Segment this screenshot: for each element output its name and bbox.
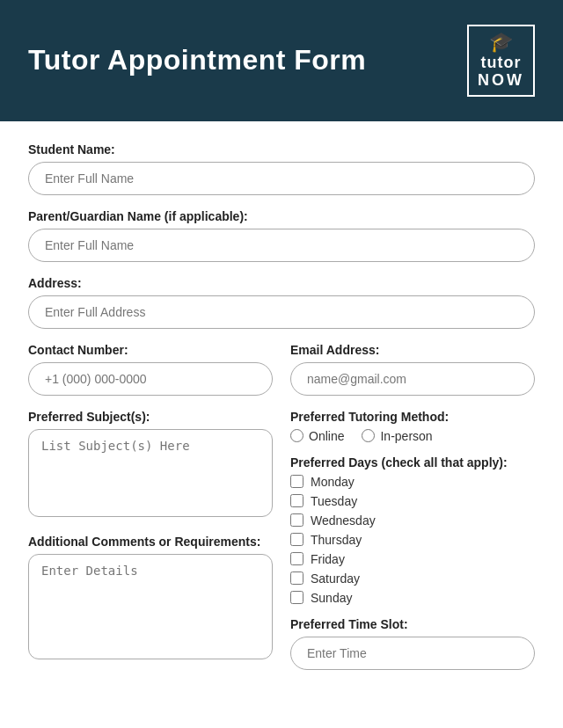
parent-name-field: Parent/Guardian Name (if applicable): [28, 209, 535, 262]
student-name-label: Student Name: [28, 142, 535, 157]
day-friday-checkbox[interactable] [290, 552, 303, 565]
day-friday-label: Friday [311, 552, 345, 566]
logo-cap-icon: 🎓 [489, 32, 513, 53]
method-inperson-label: In-person [380, 429, 432, 443]
subjects-input[interactable] [28, 429, 273, 517]
method-inperson-radio[interactable] [362, 429, 375, 442]
time-slot-input[interactable] [290, 637, 535, 670]
days-checkbox-group: Monday Tuesday Wednesday Thursday Friday [290, 475, 535, 605]
page-header: Tutor Appointment Form 🎓 tutor NOW [0, 0, 563, 121]
time-slot-label: Preferred Time Slot: [290, 617, 535, 631]
day-tuesday-label: Tuesday [311, 494, 357, 508]
logo-tutor-text: tutor [481, 55, 522, 72]
method-inperson-option[interactable]: In-person [362, 429, 432, 443]
address-field: Address: [28, 276, 535, 329]
day-friday[interactable]: Friday [290, 552, 535, 566]
page-title: Tutor Appointment Form [28, 44, 366, 76]
day-saturday-checkbox[interactable] [290, 571, 303, 585]
left-column: Preferred Subject(s): Additional Comment… [28, 410, 273, 677]
student-name-input[interactable] [28, 162, 535, 195]
day-monday[interactable]: Monday [290, 475, 535, 489]
day-sunday-label: Sunday [311, 591, 352, 605]
day-tuesday-checkbox[interactable] [290, 494, 303, 507]
day-monday-checkbox[interactable] [290, 475, 303, 488]
day-saturday-label: Saturday [311, 571, 360, 586]
day-thursday[interactable]: Thursday [290, 533, 535, 547]
contact-label: Contact Number: [28, 343, 273, 357]
logo: 🎓 tutor NOW [467, 25, 535, 97]
day-wednesday[interactable]: Wednesday [290, 513, 535, 528]
method-online-radio[interactable] [290, 429, 303, 442]
address-label: Address: [28, 276, 535, 290]
contact-field: Contact Number: [28, 343, 273, 396]
day-wednesday-checkbox[interactable] [290, 513, 303, 527]
day-saturday[interactable]: Saturday [290, 571, 535, 586]
email-input[interactable] [290, 362, 535, 396]
student-name-field: Student Name: [28, 142, 535, 195]
logo-box: 🎓 tutor NOW [467, 25, 535, 97]
subjects-method-row: Preferred Subject(s): Additional Comment… [28, 410, 535, 677]
comments-label: Additional Comments or Requirements: [28, 535, 273, 549]
subjects-field: Preferred Subject(s): [28, 410, 273, 521]
address-input[interactable] [28, 295, 535, 329]
form-body: Student Name: Parent/Guardian Name (if a… [0, 121, 563, 705]
day-thursday-label: Thursday [311, 533, 362, 547]
day-tuesday[interactable]: Tuesday [290, 494, 535, 508]
right-column: Preferred Tutoring Method: Online In-per… [290, 410, 535, 670]
day-sunday-checkbox[interactable] [290, 591, 303, 604]
method-online-label: Online [309, 429, 344, 443]
logo-now-text: NOW [478, 72, 524, 90]
day-monday-label: Monday [311, 475, 355, 489]
parent-name-label: Parent/Guardian Name (if applicable): [28, 209, 535, 223]
subjects-label: Preferred Subject(s): [28, 410, 273, 424]
method-online-option[interactable]: Online [290, 429, 344, 443]
preferred-days-label: Preferred Days (check all that apply): [290, 455, 535, 470]
contact-email-row: Contact Number: Email Address: [28, 343, 535, 410]
email-label: Email Address: [290, 343, 535, 357]
tutoring-method-radio-group: Online In-person [290, 429, 535, 443]
day-thursday-checkbox[interactable] [290, 533, 303, 546]
day-sunday[interactable]: Sunday [290, 591, 535, 605]
comments-input[interactable] [28, 554, 273, 659]
tutoring-method-label: Preferred Tutoring Method: [290, 410, 535, 424]
email-field: Email Address: [290, 343, 535, 396]
parent-name-input[interactable] [28, 229, 535, 262]
contact-input[interactable] [28, 362, 273, 396]
day-wednesday-label: Wednesday [311, 513, 376, 528]
comments-field: Additional Comments or Requirements: [28, 535, 273, 663]
